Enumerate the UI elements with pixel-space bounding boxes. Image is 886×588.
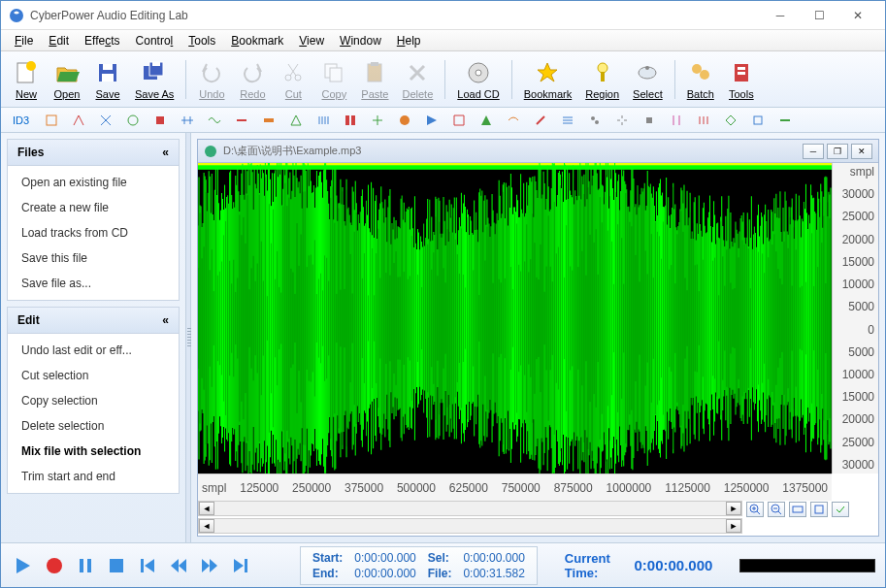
close-button[interactable]: ✕ bbox=[838, 2, 877, 29]
zoom-sel-button[interactable] bbox=[810, 502, 828, 517]
scroll-left-button[interactable]: ◄ bbox=[199, 519, 214, 533]
tool-icon[interactable] bbox=[342, 113, 359, 128]
tool-icon[interactable] bbox=[722, 113, 739, 128]
edit-item[interactable]: Undo last edit or eff... bbox=[8, 338, 179, 363]
menu-window[interactable]: Window bbox=[332, 32, 389, 49]
minimize-button[interactable]: ─ bbox=[761, 2, 800, 29]
bookmark-icon bbox=[534, 59, 561, 86]
files-panel-header[interactable]: Files « bbox=[8, 140, 179, 166]
zoom-check-button[interactable] bbox=[832, 502, 849, 517]
menu-help[interactable]: Help bbox=[389, 32, 429, 49]
zoom-in-button[interactable] bbox=[746, 502, 764, 517]
tool-icon[interactable] bbox=[206, 113, 223, 128]
tool-icon[interactable] bbox=[640, 113, 658, 128]
tool-icon[interactable] bbox=[749, 113, 767, 128]
main-toolbar: NewOpenSaveSave AsUndoRedoCutCopyPasteDe… bbox=[1, 51, 885, 108]
pause-button[interactable] bbox=[73, 553, 98, 578]
prev-button[interactable] bbox=[135, 553, 160, 578]
toolbar-new-button[interactable]: New bbox=[7, 57, 46, 102]
files-item[interactable]: Save this file bbox=[8, 245, 179, 271]
files-item[interactable]: Create a new file bbox=[8, 195, 179, 220]
tool-icon[interactable] bbox=[43, 113, 60, 128]
scroll-right-button[interactable]: ► bbox=[726, 519, 741, 533]
svg-rect-1007 bbox=[110, 559, 123, 572]
svg-point-16 bbox=[476, 70, 481, 76]
tool-icon[interactable] bbox=[179, 113, 196, 128]
rewind-button[interactable] bbox=[166, 553, 191, 578]
svg-point-0 bbox=[10, 9, 23, 22]
menu-edit[interactable]: Edit bbox=[41, 32, 77, 49]
files-panel-title: Files bbox=[17, 146, 44, 159]
files-item[interactable]: Save file as... bbox=[8, 271, 179, 296]
menu-control[interactable]: Control bbox=[128, 32, 181, 49]
toolbar-select-button[interactable]: Select bbox=[627, 57, 669, 102]
maximize-button[interactable]: ☐ bbox=[800, 2, 838, 29]
doc-minimize-button[interactable]: ─ bbox=[803, 144, 824, 159]
audio-file-icon bbox=[204, 145, 217, 158]
tool-icon[interactable] bbox=[314, 113, 332, 128]
id3-button[interactable]: ID3 bbox=[9, 113, 33, 128]
menu-view[interactable]: View bbox=[291, 32, 332, 49]
toolbar-tools-button[interactable]: Tools bbox=[722, 57, 761, 102]
tool-icon[interactable] bbox=[668, 113, 685, 128]
tool-icon[interactable] bbox=[532, 113, 549, 128]
toolbar-bookmark-button[interactable]: Bookmark bbox=[518, 57, 578, 102]
toolbar-cd-button[interactable]: Load CD bbox=[451, 57, 505, 102]
scroll-right-button[interactable]: ► bbox=[726, 502, 741, 515]
tool-icon[interactable] bbox=[423, 113, 441, 128]
files-item[interactable]: Load tracks from CD bbox=[8, 220, 179, 245]
menu-file[interactable]: File bbox=[7, 32, 41, 49]
toolbar-open-button[interactable]: Open bbox=[48, 57, 86, 102]
tool-icon[interactable] bbox=[559, 113, 576, 128]
tool-icon[interactable] bbox=[396, 113, 413, 128]
edit-panel-header[interactable]: Edit « bbox=[8, 308, 179, 334]
edit-item[interactable]: Mix file with selection bbox=[8, 439, 179, 464]
svg-rect-1008 bbox=[141, 559, 144, 572]
next-button[interactable] bbox=[228, 553, 253, 578]
tool-icon[interactable] bbox=[586, 113, 604, 128]
tool-icon[interactable] bbox=[287, 113, 305, 128]
doc-close-button[interactable]: ✕ bbox=[851, 144, 872, 159]
play-button[interactable] bbox=[11, 553, 36, 578]
tool-icon[interactable] bbox=[776, 113, 794, 128]
tool-icon[interactable] bbox=[97, 113, 115, 128]
tool-icon[interactable] bbox=[505, 113, 522, 128]
tool-icon[interactable] bbox=[477, 113, 495, 128]
toolbar-saveas-button[interactable]: Save As bbox=[129, 57, 180, 102]
toolbar-region-button[interactable]: Region bbox=[579, 57, 625, 102]
zoom-fit-button[interactable] bbox=[789, 502, 806, 517]
waveform-canvas[interactable] bbox=[198, 163, 832, 474]
tool-icon[interactable] bbox=[70, 113, 87, 128]
forward-button[interactable] bbox=[197, 553, 222, 578]
toolbar-batch-button[interactable]: Batch bbox=[681, 57, 720, 102]
waveform-area: smpl 30000 25000 20000 15000 10000 5000 … bbox=[198, 163, 878, 474]
tool-icon[interactable] bbox=[260, 113, 278, 128]
doc-restore-button[interactable]: ❐ bbox=[827, 144, 848, 159]
menu-bookmark[interactable]: Bookmark bbox=[223, 32, 291, 49]
horizontal-scrollbar[interactable]: ◄ ► bbox=[198, 501, 742, 516]
tool-icon[interactable] bbox=[233, 113, 250, 128]
svg-rect-36 bbox=[754, 116, 762, 124]
edit-item[interactable]: Delete selection bbox=[8, 413, 179, 439]
overview-scrollbar[interactable]: ◄ ► bbox=[198, 518, 742, 534]
files-item[interactable]: Open an existing file bbox=[8, 170, 179, 195]
vertical-splitter[interactable] bbox=[185, 133, 191, 542]
tool-icon[interactable] bbox=[450, 113, 468, 128]
toolbar-save-button[interactable]: Save bbox=[88, 57, 127, 102]
stop-button[interactable] bbox=[104, 553, 129, 578]
tool-icon[interactable] bbox=[369, 113, 386, 128]
svg-point-37 bbox=[205, 146, 216, 157]
tool-icon[interactable] bbox=[613, 113, 631, 128]
record-button[interactable] bbox=[42, 553, 67, 578]
zoom-out-button[interactable] bbox=[768, 502, 785, 517]
tool-icon[interactable] bbox=[151, 113, 169, 128]
edit-item[interactable]: Cut selection bbox=[8, 363, 179, 388]
edit-item[interactable]: Copy selection bbox=[8, 388, 179, 413]
scroll-left-button[interactable]: ◄ bbox=[199, 502, 214, 515]
edit-item[interactable]: Trim start and end bbox=[8, 464, 179, 489]
window-title: CyberPower Audio Editing Lab bbox=[30, 9, 761, 22]
tool-icon[interactable] bbox=[124, 113, 142, 128]
tool-icon[interactable] bbox=[695, 113, 712, 128]
menu-effects[interactable]: Effects bbox=[77, 32, 127, 49]
menu-tools[interactable]: Tools bbox=[180, 32, 223, 49]
